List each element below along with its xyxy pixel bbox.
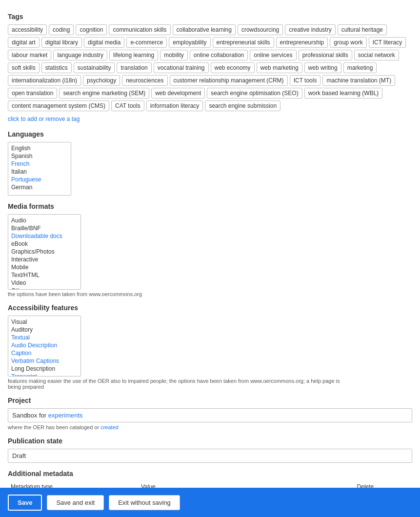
- accessibility-option[interactable]: Audio Description: [10, 341, 79, 349]
- tag-item[interactable]: online collaboration: [190, 50, 248, 60]
- tag-item[interactable]: web development: [151, 88, 205, 99]
- tag-item[interactable]: collaborative learning: [173, 24, 236, 35]
- tag-item[interactable]: cognition: [76, 24, 107, 35]
- tag-item[interactable]: web marketing: [257, 62, 302, 73]
- tag-item[interactable]: marketing: [343, 62, 377, 73]
- language-option[interactable]: Portuguese: [10, 176, 69, 183]
- accessibility-option[interactable]: Caption: [10, 349, 79, 357]
- tag-item[interactable]: cultural heritage: [338, 24, 387, 35]
- language-option[interactable]: Italian: [10, 168, 69, 176]
- media-formats-listbox[interactable]: AudioBraille/BNFDownloadable docseBookGr…: [8, 214, 81, 290]
- accessibility-listbox[interactable]: VisualAuditoryTextualAudio DescriptionCa…: [8, 316, 81, 377]
- accessibility-option[interactable]: Transcript: [10, 373, 79, 377]
- media-format-option[interactable]: Downloadable docs: [10, 232, 79, 240]
- accessibility-option[interactable]: Auditory: [10, 326, 79, 334]
- language-option[interactable]: Spanish: [10, 152, 69, 160]
- additional-metadata-title: Additional metadata: [8, 470, 412, 477]
- tags-section-title: Tags: [8, 13, 412, 20]
- tag-item[interactable]: search engine optimisation (SEO): [207, 88, 302, 99]
- media-format-option[interactable]: Audio: [10, 217, 79, 224]
- tag-item[interactable]: web economy: [211, 62, 255, 73]
- click-to-add-tag[interactable]: click to add or remove a tag: [8, 116, 80, 122]
- tag-item[interactable]: ICT tools: [290, 75, 321, 86]
- language-option[interactable]: English: [10, 144, 69, 152]
- project-value: Sandbox for experiments: [8, 408, 412, 422]
- tag-item[interactable]: search engine submission: [205, 100, 280, 111]
- tag-item[interactable]: information literacy: [146, 100, 203, 111]
- tag-item[interactable]: accessibility: [8, 24, 47, 35]
- exit-without-saving-button[interactable]: Exit without saving: [109, 495, 180, 510]
- media-format-option[interactable]: Graphics/Photos: [10, 248, 79, 256]
- tag-item[interactable]: customer relationship management (CRM): [170, 75, 288, 86]
- tag-item[interactable]: creative industry: [285, 24, 335, 35]
- media-format-option[interactable]: Interactive: [10, 256, 79, 263]
- languages-section-title: Languages: [8, 130, 412, 138]
- media-format-option[interactable]: Braille/BNF: [10, 224, 79, 232]
- main-content: Tags accessibilitycodingcognitioncommuni…: [0, 0, 420, 517]
- tag-item[interactable]: neurosciences: [122, 75, 167, 86]
- tag-item[interactable]: digital media: [84, 37, 124, 48]
- tag-item[interactable]: coding: [49, 24, 74, 35]
- tag-item[interactable]: machine translation (MT): [322, 75, 395, 86]
- project-hint-link[interactable]: created: [100, 424, 119, 430]
- tag-item[interactable]: employability: [169, 37, 210, 48]
- media-formats-hint: the options have been taken from www.oer…: [8, 291, 412, 297]
- tag-item[interactable]: group work: [330, 37, 366, 48]
- tag-item[interactable]: statistics: [41, 62, 72, 73]
- tag-item[interactable]: mobility: [160, 50, 188, 60]
- tag-item[interactable]: internationalization (i18n): [8, 75, 81, 86]
- tag-item[interactable]: content management system (CMS): [8, 100, 109, 111]
- tag-item[interactable]: CAT tools: [111, 100, 144, 111]
- accessibility-option[interactable]: Textual: [10, 334, 79, 341]
- media-format-option[interactable]: Other: [10, 287, 79, 290]
- media-format-option[interactable]: Mobile: [10, 263, 79, 271]
- tag-item[interactable]: open translation: [8, 88, 57, 99]
- project-hint: where the OER has been cataloged or crea…: [8, 424, 412, 430]
- accessibility-option[interactable]: Visual: [10, 318, 79, 326]
- tag-item[interactable]: translation: [117, 62, 151, 73]
- save-and-exit-button[interactable]: Save and exit: [47, 495, 104, 510]
- media-format-option[interactable]: Video: [10, 279, 79, 287]
- accessibility-option[interactable]: Verbatim Captions: [10, 357, 79, 365]
- tag-item[interactable]: digital library: [41, 37, 82, 48]
- tag-item[interactable]: lifelong learning: [109, 50, 158, 60]
- media-format-option[interactable]: eBook: [10, 240, 79, 248]
- accessibility-hint: features making easier the use of the OE…: [8, 378, 349, 390]
- tag-item[interactable]: labour market: [8, 50, 51, 60]
- accessibility-option[interactable]: Long Description: [10, 365, 79, 373]
- tag-item[interactable]: language industry: [53, 50, 107, 60]
- languages-listbox[interactable]: EnglishSpanishFrenchItalianPortugueseGer…: [8, 142, 71, 196]
- tag-item[interactable]: e-commerce: [126, 37, 167, 48]
- tag-item[interactable]: psychology: [83, 75, 120, 86]
- accessibility-section-title: Accessibility features: [8, 304, 412, 312]
- bottom-bar: Save Save and exit Exit without saving: [0, 488, 420, 517]
- tag-item[interactable]: entrepreneurial skills: [213, 37, 274, 48]
- tag-item[interactable]: work based learning (WBL): [304, 88, 383, 99]
- language-option[interactable]: French: [10, 160, 69, 168]
- save-button[interactable]: Save: [8, 495, 42, 511]
- tag-item[interactable]: professional skills: [299, 50, 352, 60]
- tag-item[interactable]: communication skills: [109, 24, 170, 35]
- project-section-title: Project: [8, 397, 412, 404]
- tag-item[interactable]: entrepreneurship: [276, 37, 328, 48]
- project-link-text[interactable]: experiments: [48, 412, 83, 419]
- tag-item[interactable]: ICT literacy: [369, 37, 406, 48]
- tag-item[interactable]: vocational training: [154, 62, 209, 73]
- tag-item[interactable]: digital art: [8, 37, 40, 48]
- tag-item[interactable]: soft skills: [8, 62, 40, 73]
- tag-item[interactable]: crowdsourcing: [238, 24, 283, 35]
- publication-state-value: Draft: [8, 449, 412, 463]
- tag-item[interactable]: search engine marketing (SEM): [59, 88, 149, 99]
- publication-state-title: Publication state: [8, 437, 412, 445]
- tag-item[interactable]: web writing: [304, 62, 341, 73]
- tag-item[interactable]: sustainability: [74, 62, 115, 73]
- media-format-option[interactable]: Text/HTML: [10, 271, 79, 279]
- tag-item[interactable]: social network: [354, 50, 399, 60]
- tag-item[interactable]: online services: [250, 50, 296, 60]
- tags-container: accessibilitycodingcognitioncommunicatio…: [8, 24, 412, 111]
- project-plain-text: Sandbox for: [12, 412, 48, 419]
- language-option[interactable]: German: [10, 183, 69, 191]
- media-formats-section-title: Media formats: [8, 202, 412, 210]
